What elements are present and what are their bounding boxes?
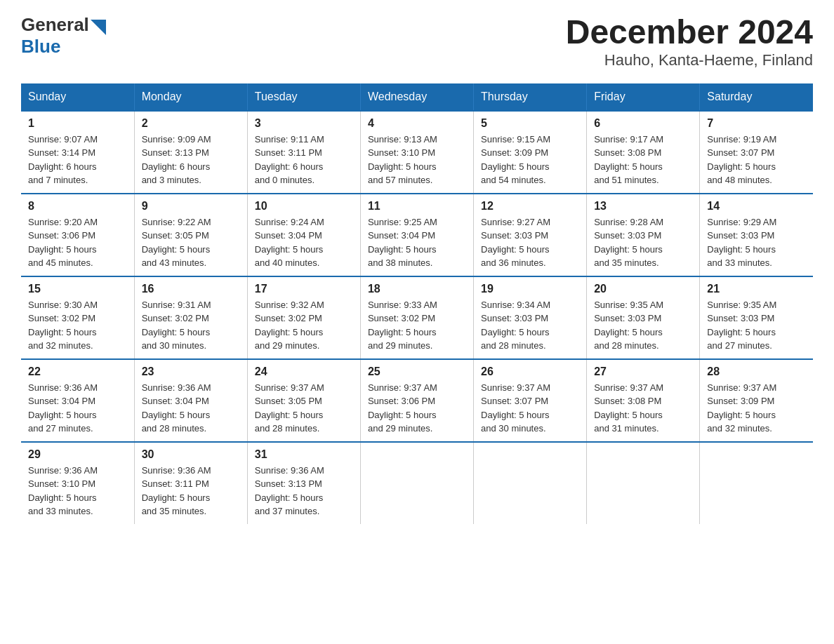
calendar-week-2: 8 Sunrise: 9:20 AMSunset: 3:06 PMDayligh… <box>21 194 813 276</box>
day-number: 20 <box>594 283 692 295</box>
day-number: 27 <box>594 365 692 378</box>
calendar-cell: 29 Sunrise: 9:36 AMSunset: 3:10 PMDaylig… <box>21 442 134 524</box>
calendar-cell: 27 Sunrise: 9:37 AMSunset: 3:08 PMDaylig… <box>587 359 700 442</box>
logo-blue: Blue <box>21 36 60 57</box>
calendar-cell: 21 Sunrise: 9:35 AMSunset: 3:03 PMDaylig… <box>700 276 813 359</box>
day-info: Sunrise: 9:20 AMSunset: 3:06 PMDaylight:… <box>28 215 127 270</box>
calendar-cell: 16 Sunrise: 9:31 AMSunset: 3:02 PMDaylig… <box>134 276 247 359</box>
day-number: 12 <box>481 200 579 213</box>
day-number: 21 <box>707 283 806 295</box>
day-number: 2 <box>142 117 240 130</box>
day-number: 1 <box>28 117 127 130</box>
calendar-cell: 31 Sunrise: 9:36 AMSunset: 3:13 PMDaylig… <box>247 442 360 524</box>
day-number: 3 <box>255 117 353 130</box>
day-info: Sunrise: 9:17 AMSunset: 3:08 PMDaylight:… <box>594 133 692 187</box>
calendar-cell: 24 Sunrise: 9:37 AMSunset: 3:05 PMDaylig… <box>247 359 360 442</box>
day-number: 15 <box>28 283 127 295</box>
logo-general: General <box>21 14 89 36</box>
calendar-cell: 10 Sunrise: 9:24 AMSunset: 3:04 PMDaylig… <box>247 194 360 276</box>
day-number: 30 <box>142 448 240 461</box>
day-info: Sunrise: 9:36 AMSunset: 3:04 PMDaylight:… <box>142 381 240 436</box>
calendar-cell: 15 Sunrise: 9:30 AMSunset: 3:02 PMDaylig… <box>21 276 134 359</box>
day-number: 7 <box>707 117 806 130</box>
calendar-cell: 20 Sunrise: 9:35 AMSunset: 3:03 PMDaylig… <box>587 276 700 359</box>
day-info: Sunrise: 9:22 AMSunset: 3:05 PMDaylight:… <box>142 215 240 270</box>
calendar-week-4: 22 Sunrise: 9:36 AMSunset: 3:04 PMDaylig… <box>21 359 813 442</box>
day-info: Sunrise: 9:19 AMSunset: 3:07 PMDaylight:… <box>707 133 806 187</box>
calendar-cell: 30 Sunrise: 9:36 AMSunset: 3:11 PMDaylig… <box>134 442 247 524</box>
day-info: Sunrise: 9:37 AMSunset: 3:09 PMDaylight:… <box>707 381 806 436</box>
calendar-cell <box>360 442 473 524</box>
calendar-cell: 23 Sunrise: 9:36 AMSunset: 3:04 PMDaylig… <box>134 359 247 442</box>
day-info: Sunrise: 9:37 AMSunset: 3:05 PMDaylight:… <box>255 381 353 436</box>
day-number: 14 <box>707 200 806 213</box>
logo-arrow-icon <box>91 20 106 35</box>
calendar-cell: 18 Sunrise: 9:33 AMSunset: 3:02 PMDaylig… <box>360 276 473 359</box>
day-number: 8 <box>28 200 127 213</box>
header-row: Sunday Monday Tuesday Wednesday Thursday… <box>21 83 813 111</box>
day-info: Sunrise: 9:28 AMSunset: 3:03 PMDaylight:… <box>594 215 692 270</box>
day-info: Sunrise: 9:36 AMSunset: 3:11 PMDaylight:… <box>142 464 240 518</box>
day-number: 13 <box>594 200 692 213</box>
day-info: Sunrise: 9:07 AMSunset: 3:14 PMDaylight:… <box>28 133 127 187</box>
calendar-table: Sunday Monday Tuesday Wednesday Thursday… <box>21 83 813 524</box>
day-info: Sunrise: 9:36 AMSunset: 3:10 PMDaylight:… <box>28 464 127 518</box>
day-number: 28 <box>707 365 806 378</box>
day-info: Sunrise: 9:32 AMSunset: 3:02 PMDaylight:… <box>255 298 353 353</box>
logo: General Blue <box>21 14 106 58</box>
day-info: Sunrise: 9:37 AMSunset: 3:06 PMDaylight:… <box>368 381 466 436</box>
day-info: Sunrise: 9:25 AMSunset: 3:04 PMDaylight:… <box>368 215 466 270</box>
col-wednesday: Wednesday <box>360 83 473 111</box>
col-tuesday: Tuesday <box>247 83 360 111</box>
calendar-cell <box>700 442 813 524</box>
calendar-cell: 2 Sunrise: 9:09 AMSunset: 3:13 PMDayligh… <box>134 111 247 194</box>
day-info: Sunrise: 9:36 AMSunset: 3:04 PMDaylight:… <box>28 381 127 436</box>
calendar-cell <box>587 442 700 524</box>
day-number: 19 <box>481 283 579 295</box>
calendar-cell: 5 Sunrise: 9:15 AMSunset: 3:09 PMDayligh… <box>474 111 587 194</box>
svg-marker-0 <box>91 20 106 35</box>
day-number: 31 <box>255 448 353 461</box>
page-title: December 2024 <box>566 14 813 51</box>
day-number: 17 <box>255 283 353 295</box>
calendar-week-3: 15 Sunrise: 9:30 AMSunset: 3:02 PMDaylig… <box>21 276 813 359</box>
day-number: 29 <box>28 448 127 461</box>
day-info: Sunrise: 9:27 AMSunset: 3:03 PMDaylight:… <box>481 215 579 270</box>
day-info: Sunrise: 9:37 AMSunset: 3:08 PMDaylight:… <box>594 381 692 436</box>
day-info: Sunrise: 9:37 AMSunset: 3:07 PMDaylight:… <box>481 381 579 436</box>
day-info: Sunrise: 9:24 AMSunset: 3:04 PMDaylight:… <box>255 215 353 270</box>
day-info: Sunrise: 9:36 AMSunset: 3:13 PMDaylight:… <box>255 464 353 518</box>
day-number: 16 <box>142 283 240 295</box>
calendar-cell: 13 Sunrise: 9:28 AMSunset: 3:03 PMDaylig… <box>587 194 700 276</box>
calendar-cell: 22 Sunrise: 9:36 AMSunset: 3:04 PMDaylig… <box>21 359 134 442</box>
day-number: 22 <box>28 365 127 378</box>
day-info: Sunrise: 9:13 AMSunset: 3:10 PMDaylight:… <box>368 133 466 187</box>
calendar-week-5: 29 Sunrise: 9:36 AMSunset: 3:10 PMDaylig… <box>21 442 813 524</box>
col-friday: Friday <box>587 83 700 111</box>
day-number: 26 <box>481 365 579 378</box>
day-number: 24 <box>255 365 353 378</box>
day-info: Sunrise: 9:35 AMSunset: 3:03 PMDaylight:… <box>594 298 692 353</box>
day-info: Sunrise: 9:33 AMSunset: 3:02 PMDaylight:… <box>368 298 466 353</box>
col-saturday: Saturday <box>700 83 813 111</box>
col-sunday: Sunday <box>21 83 134 111</box>
day-number: 4 <box>368 117 466 130</box>
day-number: 5 <box>481 117 579 130</box>
col-thursday: Thursday <box>474 83 587 111</box>
day-info: Sunrise: 9:15 AMSunset: 3:09 PMDaylight:… <box>481 133 579 187</box>
calendar-cell: 1 Sunrise: 9:07 AMSunset: 3:14 PMDayligh… <box>21 111 134 194</box>
calendar-cell: 17 Sunrise: 9:32 AMSunset: 3:02 PMDaylig… <box>247 276 360 359</box>
calendar-cell: 9 Sunrise: 9:22 AMSunset: 3:05 PMDayligh… <box>134 194 247 276</box>
day-info: Sunrise: 9:31 AMSunset: 3:02 PMDaylight:… <box>142 298 240 353</box>
col-monday: Monday <box>134 83 247 111</box>
day-info: Sunrise: 9:34 AMSunset: 3:03 PMDaylight:… <box>481 298 579 353</box>
day-number: 10 <box>255 200 353 213</box>
page-subtitle: Hauho, Kanta-Haeme, Finland <box>566 51 813 69</box>
day-info: Sunrise: 9:30 AMSunset: 3:02 PMDaylight:… <box>28 298 127 353</box>
day-number: 18 <box>368 283 466 295</box>
calendar-cell: 28 Sunrise: 9:37 AMSunset: 3:09 PMDaylig… <box>700 359 813 442</box>
day-info: Sunrise: 9:35 AMSunset: 3:03 PMDaylight:… <box>707 298 806 353</box>
day-info: Sunrise: 9:29 AMSunset: 3:03 PMDaylight:… <box>707 215 806 270</box>
calendar-cell: 25 Sunrise: 9:37 AMSunset: 3:06 PMDaylig… <box>360 359 473 442</box>
calendar-cell: 4 Sunrise: 9:13 AMSunset: 3:10 PMDayligh… <box>360 111 473 194</box>
